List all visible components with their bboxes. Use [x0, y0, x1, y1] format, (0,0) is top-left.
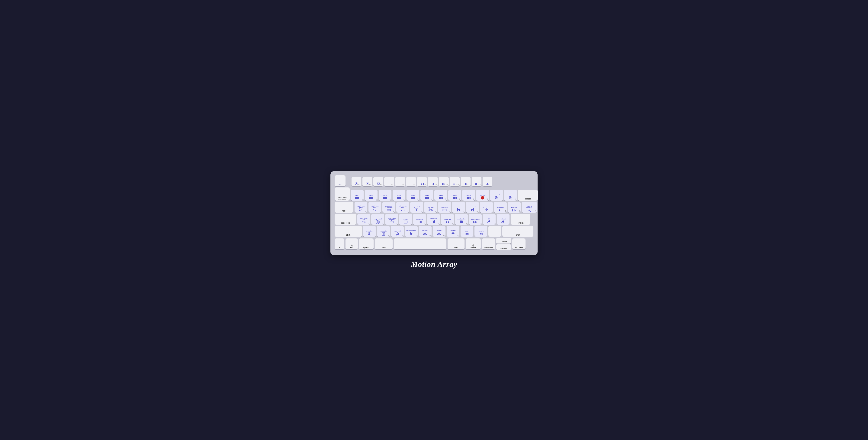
- svg-rect-13: [466, 183, 467, 185]
- svg-marker-24: [386, 197, 387, 199]
- key-shift-left[interactable]: shift: [335, 226, 362, 237]
- key-e[interactable]: extend editto playhead E: [382, 202, 395, 213]
- key-i[interactable]: mark in I: [452, 202, 465, 213]
- key-k[interactable]: shuttle stop K: [455, 214, 468, 225]
- svg-rect-27: [411, 197, 414, 199]
- key-8[interactable]: cam 8 8: [448, 190, 461, 200]
- key-semicolon[interactable]: lift ;: [483, 214, 496, 225]
- key-comma[interactable]: insert ,: [461, 226, 473, 237]
- key-f10[interactable]: F10: [450, 177, 460, 186]
- key-s[interactable]: snap on/off S: [371, 214, 384, 225]
- row-qwerty: tab ripple trimprev Q ripple trimnext W …: [335, 202, 533, 213]
- key-tab[interactable]: tab: [335, 202, 353, 213]
- key-5[interactable]: cam 5 5: [406, 190, 419, 200]
- svg-rect-94: [488, 222, 491, 223]
- svg-marker-32: [441, 197, 443, 199]
- key-f2[interactable]: F2: [363, 177, 372, 186]
- key-period[interactable]: overwrite .: [474, 226, 487, 237]
- key-t[interactable]: type tool T: [410, 202, 423, 213]
- key-esc[interactable]: esc: [335, 176, 345, 186]
- key-f1[interactable]: F1: [351, 177, 361, 186]
- key-o[interactable]: mark out O: [466, 202, 479, 213]
- key-h[interactable]: hand tool H: [427, 214, 440, 225]
- key-4[interactable]: cam 4 4: [393, 190, 405, 200]
- key-a[interactable]: track selecttool A: [358, 214, 370, 225]
- svg-marker-115: [426, 233, 427, 235]
- svg-marker-90: [447, 221, 449, 223]
- key-b[interactable]: ripple edittool B: [419, 226, 432, 237]
- svg-point-0: [356, 183, 357, 184]
- key-eject[interactable]: [483, 177, 492, 186]
- key-cmd-left[interactable]: cmd: [375, 239, 393, 249]
- svg-point-107: [383, 233, 384, 233]
- key-next-edit[interactable]: next edit: [496, 238, 511, 244]
- key-f6[interactable]: F6: [406, 177, 416, 186]
- key-1[interactable]: cam 1 1: [351, 190, 364, 200]
- svg-marker-55: [429, 210, 430, 211]
- svg-rect-97: [501, 222, 503, 223]
- key-f8[interactable]: F8: [428, 177, 438, 186]
- key-f9[interactable]: F9: [439, 177, 449, 186]
- key-j[interactable]: shuttle left J: [441, 214, 454, 225]
- key-f3[interactable]: F3: [373, 177, 383, 186]
- key-m[interactable]: marker M: [446, 226, 459, 237]
- svg-marker-4: [421, 183, 422, 185]
- key-alt-ctrl[interactable]: altctrl: [345, 239, 358, 249]
- key-q[interactable]: ripple trimprev Q: [354, 202, 367, 213]
- key-2[interactable]: cam 2 2: [365, 190, 377, 200]
- key-d[interactable]: select clip atplayhead D: [385, 214, 398, 225]
- key-backslash[interactable]: zoom tosequence \: [522, 202, 537, 213]
- key-p[interactable]: pen tool P: [480, 202, 493, 213]
- key-y[interactable]: slip tool Y: [424, 202, 437, 213]
- key-prev-edit[interactable]: prev edit: [496, 244, 511, 250]
- key-f4[interactable]: F4: [384, 177, 394, 186]
- key-plus[interactable]: zoom in +: [504, 190, 517, 200]
- svg-rect-98: [503, 222, 505, 223]
- key-z[interactable]: zoom tool Z: [363, 226, 376, 237]
- key-n[interactable]: roll edittool N: [433, 226, 445, 237]
- key-cmd-right[interactable]: cmd: [447, 239, 465, 249]
- svg-rect-49: [387, 210, 391, 211]
- svg-rect-31: [439, 197, 441, 199]
- key-option-left[interactable]: option: [359, 239, 374, 249]
- key-next-frame[interactable]: next frame: [512, 239, 526, 249]
- key-f11[interactable]: F11: [461, 177, 470, 186]
- key-l[interactable]: shuttle right L: [469, 214, 482, 225]
- key-x[interactable]: mark clip X: [377, 226, 390, 237]
- key-f12[interactable]: F12: [472, 177, 482, 186]
- key-9[interactable]: cam 9 9: [462, 190, 475, 200]
- key-slash[interactable]: /: [488, 226, 501, 237]
- key-7[interactable]: cam 7 7: [434, 190, 447, 200]
- svg-marker-112: [410, 232, 413, 235]
- key-delete[interactable]: delete: [518, 190, 538, 200]
- svg-rect-91: [460, 221, 463, 223]
- key-f5[interactable]: F5: [395, 177, 405, 186]
- svg-rect-35: [467, 197, 469, 199]
- key-tilde[interactable]: restore frameunder cursor ~: [335, 187, 350, 200]
- key-r[interactable]: rate stretchtool R: [396, 202, 409, 213]
- key-6[interactable]: cam 6 6: [421, 190, 433, 200]
- key-c[interactable]: razor tool C: [391, 226, 404, 237]
- key-f[interactable]: frame F: [399, 214, 412, 225]
- key-3[interactable]: cam 3 3: [379, 190, 392, 200]
- key-minus[interactable]: zoom out -: [490, 190, 503, 200]
- key-space[interactable]: [394, 239, 446, 249]
- key-f7[interactable]: F7: [417, 177, 427, 186]
- key-prev-frame[interactable]: prev frame: [482, 239, 495, 249]
- svg-marker-65: [458, 209, 460, 211]
- svg-marker-47: [375, 210, 376, 211]
- key-alt-option-right[interactable]: altoption: [466, 239, 481, 249]
- key-g[interactable]: audio gain G: [413, 214, 426, 225]
- key-return[interactable]: return: [510, 214, 530, 225]
- key-shift-right[interactable]: shift: [502, 226, 533, 237]
- svg-marker-20: [358, 197, 359, 199]
- key-bracket-right[interactable]: trim fwd ]: [508, 202, 521, 213]
- key-caps-lock[interactable]: caps lock: [335, 214, 356, 225]
- key-u[interactable]: slide tool U: [438, 202, 451, 213]
- key-bracket-left[interactable]: trim back [: [494, 202, 507, 213]
- key-v[interactable]: selection tool V: [405, 226, 417, 237]
- key-0[interactable]: record 0: [476, 190, 489, 200]
- key-fn[interactable]: fn: [335, 239, 344, 249]
- key-quote[interactable]: extract ': [497, 214, 509, 225]
- key-w[interactable]: ripple trimnext W: [369, 202, 381, 213]
